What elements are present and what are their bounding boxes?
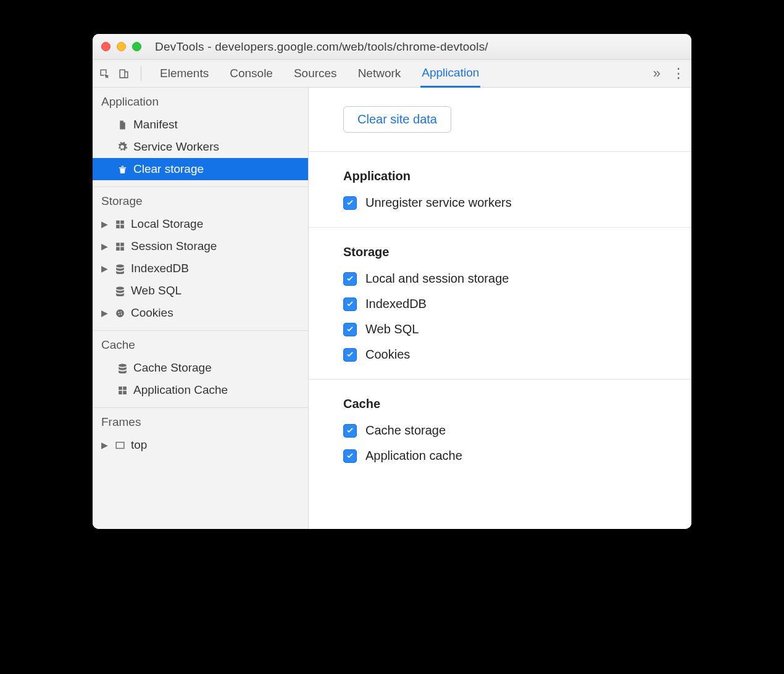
close-window-button[interactable] [101, 42, 111, 51]
group-title: Storage [343, 245, 691, 259]
clear-button-group: Clear site data [309, 88, 691, 152]
sidebar-item-label: Service Workers [133, 140, 219, 154]
sidebar-section-frames: Frames ▶ top [93, 408, 308, 462]
devtools-tabstrip: Elements Console Sources Network Applica… [93, 60, 691, 88]
overflow-tabs-icon[interactable]: » [653, 65, 661, 81]
tab-console[interactable]: Console [228, 60, 274, 86]
svg-point-2 [120, 311, 122, 312]
sidebar-item-indexeddb[interactable]: ▶ IndexedDB [93, 257, 308, 280]
panel-body: Application Manifest Service Workers [93, 88, 691, 529]
group-cache: Cache Cache storage Application cache [309, 380, 691, 480]
sidebar-item-session-storage[interactable]: ▶ Session Storage [93, 235, 308, 257]
sidebar-item-label: Cache Storage [133, 361, 212, 375]
sidebar-item-application-cache[interactable]: Application Cache [93, 379, 308, 401]
checkbox-label: Local and session storage [365, 272, 509, 286]
group-storage: Storage Local and session storage Indexe… [309, 228, 691, 380]
sidebar-item-cache-storage[interactable]: Cache Storage [93, 357, 308, 379]
inspect-element-icon[interactable] [99, 68, 111, 80]
settings-menu-icon[interactable]: ⋮ [672, 65, 685, 81]
caret-right-icon: ▶ [101, 219, 109, 229]
checkbox-checked-icon[interactable] [343, 424, 357, 438]
tab-elements[interactable]: Elements [159, 60, 210, 86]
check-unregister-service-workers[interactable]: Unregister service workers [343, 196, 691, 210]
checkbox-label: Web SQL [365, 322, 419, 336]
checkbox-checked-icon[interactable] [343, 196, 357, 210]
check-local-session-storage[interactable]: Local and session storage [343, 272, 691, 286]
file-icon [116, 120, 128, 130]
clear-storage-pane: Clear site data Application Unregister s… [309, 88, 691, 529]
caret-right-icon: ▶ [101, 241, 109, 251]
database-icon [114, 264, 126, 274]
sidebar-section-title: Cache [93, 331, 308, 357]
sidebar-item-clear-storage[interactable]: Clear storage [93, 158, 308, 180]
sidebar-item-label: Manifest [133, 118, 178, 131]
svg-point-4 [119, 314, 120, 315]
sidebar-item-label: Local Storage [131, 217, 203, 231]
svg-point-1 [118, 312, 119, 313]
checkbox-label: IndexedDB [365, 297, 427, 311]
gear-icon [116, 141, 128, 152]
sidebar-item-manifest[interactable]: Manifest [93, 114, 308, 136]
frame-icon [114, 440, 126, 451]
panel-tabs: Elements Console Sources Network Applica… [159, 60, 480, 88]
sidebar-item-local-storage[interactable]: ▶ Local Storage [93, 213, 308, 235]
tab-network[interactable]: Network [357, 60, 402, 86]
check-cache-storage[interactable]: Cache storage [343, 423, 691, 438]
minimize-window-button[interactable] [117, 42, 126, 51]
zoom-window-button[interactable] [132, 42, 141, 51]
sidebar-section-title: Frames [93, 408, 308, 434]
sidebar-item-cookies[interactable]: ▶ Cookies [93, 302, 308, 324]
checkbox-label: Unregister service workers [365, 196, 512, 210]
check-application-cache[interactable]: Application cache [343, 449, 691, 463]
divider [141, 66, 141, 81]
checkbox-label: Cache storage [365, 423, 446, 438]
grid-icon [114, 219, 126, 230]
titlebar: DevTools - developers.google.com/web/too… [93, 34, 691, 60]
traffic-lights [101, 42, 141, 51]
sidebar-item-label: Cookies [131, 306, 173, 320]
sidebar-section-title: Application [93, 88, 308, 114]
device-toolbar-icon[interactable] [118, 68, 130, 80]
checkbox-label: Cookies [365, 347, 410, 362]
group-title: Cache [343, 397, 691, 411]
check-indexeddb[interactable]: IndexedDB [343, 297, 691, 311]
group-application: Application Unregister service workers [309, 152, 691, 228]
database-icon [114, 286, 126, 296]
sidebar-section-title: Storage [93, 187, 308, 213]
window-title: DevTools - developers.google.com/web/too… [155, 40, 488, 54]
checkbox-checked-icon[interactable] [343, 272, 357, 286]
check-cookies[interactable]: Cookies [343, 347, 691, 362]
tab-sources[interactable]: Sources [293, 60, 338, 86]
grid-icon [114, 241, 126, 252]
checkbox-checked-icon[interactable] [343, 348, 357, 362]
checkbox-checked-icon[interactable] [343, 449, 357, 463]
sidebar-item-label: top [131, 438, 147, 452]
sidebar-item-label: Clear storage [133, 162, 204, 176]
clear-site-data-button[interactable]: Clear site data [343, 106, 451, 133]
sidebar-item-label: Application Cache [133, 383, 228, 397]
tab-application[interactable]: Application [420, 60, 480, 88]
caret-right-icon: ▶ [101, 440, 109, 450]
svg-point-3 [120, 313, 122, 314]
sidebar-section-application: Application Manifest Service Workers [93, 88, 308, 187]
group-title: Application [343, 169, 691, 183]
check-websql[interactable]: Web SQL [343, 322, 691, 336]
sidebar-item-label: Web SQL [131, 284, 181, 297]
checkbox-label: Application cache [365, 449, 462, 463]
svg-point-0 [116, 309, 124, 317]
trash-icon [116, 164, 128, 175]
grid-icon [116, 385, 128, 396]
sidebar-item-label: Session Storage [131, 239, 217, 253]
sidebar-item-top-frame[interactable]: ▶ top [93, 434, 308, 456]
sidebar-section-cache: Cache Cache Storage Application Cache [93, 331, 308, 408]
caret-right-icon: ▶ [101, 264, 109, 273]
caret-right-icon: ▶ [101, 308, 109, 318]
cookie-icon [114, 308, 126, 318]
sidebar-section-storage: Storage ▶ Local Storage ▶ Session Storag… [93, 187, 308, 331]
sidebar-item-websql[interactable]: ▶ Web SQL [93, 280, 308, 302]
sidebar-item-label: IndexedDB [131, 262, 189, 275]
sidebar-item-service-workers[interactable]: Service Workers [93, 136, 308, 158]
checkbox-checked-icon[interactable] [343, 297, 357, 311]
svg-rect-5 [116, 442, 124, 448]
checkbox-checked-icon[interactable] [343, 323, 357, 336]
